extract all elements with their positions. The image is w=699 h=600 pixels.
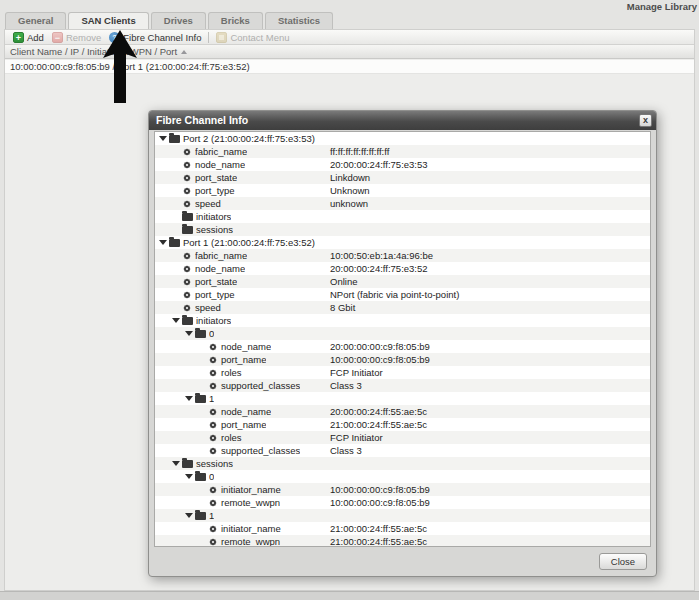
tree-node-value: ff:ff:ff:ff:ff:ff:ff:ff	[330, 146, 389, 157]
tab-san-clients[interactable]: SAN Clients	[68, 12, 148, 29]
add-button-label: Add	[27, 32, 44, 43]
gear-icon	[208, 498, 218, 508]
tree-row[interactable]: port_name10:00:00:00:c9:f8:05:b9	[155, 353, 650, 366]
tree-node-label: port_state	[195, 172, 237, 183]
tree-row[interactable]: supported_classesClass 3	[155, 444, 650, 457]
add-button[interactable]: + Add	[9, 30, 48, 45]
contact-menu-button[interactable]: Contact Menu	[212, 30, 293, 45]
tab-label: Statistics	[278, 15, 320, 26]
folder-icon	[195, 512, 206, 520]
expand-arrow-icon[interactable]	[185, 513, 193, 518]
tree-row[interactable]: Port 1 (21:00:00:24:ff:75:e3:52)	[155, 236, 650, 249]
gear-icon	[208, 355, 218, 365]
tab-label: SAN Clients	[81, 15, 135, 26]
tab-statistics[interactable]: Statistics	[265, 12, 333, 29]
tree-row[interactable]: rolesFCP Initiator	[155, 366, 650, 379]
tree-row[interactable]: 0	[155, 327, 650, 340]
tree-node-label: node_name	[195, 263, 245, 274]
tree-row[interactable]: remote_wwpn10:00:00:00:c9:f8:05:b9	[155, 496, 650, 509]
folder-icon	[182, 317, 193, 325]
plus-icon: +	[13, 32, 24, 43]
sort-asc-icon	[181, 50, 187, 54]
gear-icon	[182, 186, 192, 196]
tab-general[interactable]: General	[5, 12, 66, 29]
tree-row[interactable]: speedunknown	[155, 197, 650, 210]
tree-row[interactable]: speed8 Gbit	[155, 301, 650, 314]
tree-row[interactable]: 0	[155, 470, 650, 483]
folder-icon	[182, 226, 193, 234]
tree-node-label: speed	[195, 302, 221, 313]
expand-arrow-icon[interactable]	[185, 331, 193, 336]
tree-node-value: FCP Initiator	[330, 367, 383, 378]
tree-row[interactable]: fabric_nameff:ff:ff:ff:ff:ff:ff:ff	[155, 145, 650, 158]
tree-node-label: node_name	[195, 159, 245, 170]
tree-node-label: initiators	[196, 211, 231, 222]
tree-node-value: NPort (fabric via point-to-point)	[330, 289, 459, 300]
tree-row[interactable]: port_stateOnline	[155, 275, 650, 288]
tree-node-value: 21:00:00:24:ff:55:ae:5c	[330, 419, 427, 430]
close-button[interactable]: Close	[599, 553, 647, 570]
tab-drives[interactable]: Drives	[151, 12, 206, 29]
tree-node-label: initiators	[196, 315, 231, 326]
tree-row[interactable]: 1	[155, 509, 650, 522]
tree-node-value: Unknown	[330, 185, 370, 196]
tree-node-label: remote_wwpn	[221, 497, 280, 508]
tree-row[interactable]: node_name20:00:00:00:c9:f8:05:b9	[155, 340, 650, 353]
tree-row[interactable]: 1	[155, 392, 650, 405]
remove-button[interactable]: − Remove	[48, 30, 105, 45]
tree-row[interactable]: node_name20:00:00:24:ff:75:e3:53	[155, 158, 650, 171]
toolbar-separator	[208, 32, 209, 43]
tree-row[interactable]: node_name20:00:00:24:ff:55:ae:5c	[155, 405, 650, 418]
tree-row[interactable]: port_stateLinkdown	[155, 171, 650, 184]
annotation-arrow	[102, 30, 138, 104]
tree-row[interactable]: node_name20:00:00:24:ff:75:e3:52	[155, 262, 650, 275]
folder-icon	[195, 473, 206, 481]
tree-row[interactable]: fabric_name10:00:50:eb:1a:4a:96:be	[155, 249, 650, 262]
bottom-strip	[0, 591, 699, 600]
tree-node-label: sessions	[196, 224, 233, 235]
folder-icon	[169, 135, 180, 143]
expand-arrow-icon[interactable]	[185, 396, 193, 401]
tree-row[interactable]: port_typeUnknown	[155, 184, 650, 197]
tree-node-label: fabric_name	[195, 250, 247, 261]
tree-row[interactable]: Port 2 (21:00:00:24:ff:75:e3:53)	[155, 132, 650, 145]
gear-icon	[208, 537, 218, 547]
dialog-title-bar[interactable]: Fibre Channel Info x	[149, 111, 656, 130]
gear-icon	[182, 173, 192, 183]
tree-row[interactable]: sessions	[155, 457, 650, 470]
client-list-header-label: Client Name / IP / Initiator WWPN / Port	[10, 46, 177, 57]
tree-row[interactable]: rolesFCP Initiator	[155, 431, 650, 444]
tree-node-value: Class 3	[330, 380, 362, 391]
tab-bricks[interactable]: Bricks	[208, 12, 263, 29]
tree-node-label: supported_classes	[221, 445, 300, 456]
tree-row[interactable]: port_name21:00:00:24:ff:55:ae:5c	[155, 418, 650, 431]
tree-row[interactable]: initiators	[155, 314, 650, 327]
expand-arrow-icon[interactable]	[172, 461, 180, 466]
expand-arrow-icon[interactable]	[159, 240, 167, 245]
gear-icon	[182, 277, 192, 287]
dialog-close-x-button[interactable]: x	[639, 114, 652, 127]
tree-node-label: port_type	[195, 289, 235, 300]
tree-node-label: initiator_name	[221, 523, 281, 534]
expand-arrow-icon[interactable]	[159, 136, 167, 141]
folder-icon	[169, 239, 180, 247]
expand-arrow-icon[interactable]	[172, 318, 180, 323]
gear-icon	[182, 251, 192, 261]
tree-node-value: 20:00:00:24:ff:75:e3:52	[330, 263, 428, 274]
expand-arrow-icon[interactable]	[185, 474, 193, 479]
tree-row[interactable]: initiators	[155, 210, 650, 223]
tree-node-value: 20:00:00:24:ff:55:ae:5c	[330, 406, 427, 417]
tree-row[interactable]: port_typeNPort (fabric via point-to-poin…	[155, 288, 650, 301]
tree-row[interactable]: initiator_name10:00:00:00:c9:f8:05:b9	[155, 483, 650, 496]
app-window: Manage Library GeneralSAN ClientsDrivesB…	[0, 0, 699, 600]
tree-node-value: 8 Gbit	[330, 302, 355, 313]
tree-node-label: node_name	[221, 406, 271, 417]
tree-node-label: remote_wwpn	[221, 536, 280, 547]
tree-row[interactable]: sessions	[155, 223, 650, 236]
folder-icon	[182, 460, 193, 468]
tree-row[interactable]: supported_classesClass 3	[155, 379, 650, 392]
tree-row[interactable]: initiator_name21:00:00:24:ff:55:ae:5c	[155, 522, 650, 535]
manage-library-label: Manage Library	[627, 1, 697, 12]
tree-node-value: 20:00:00:00:c9:f8:05:b9	[330, 341, 430, 352]
tree-row[interactable]: remote_wwpn21:00:00:24:ff:55:ae:5c	[155, 535, 650, 547]
